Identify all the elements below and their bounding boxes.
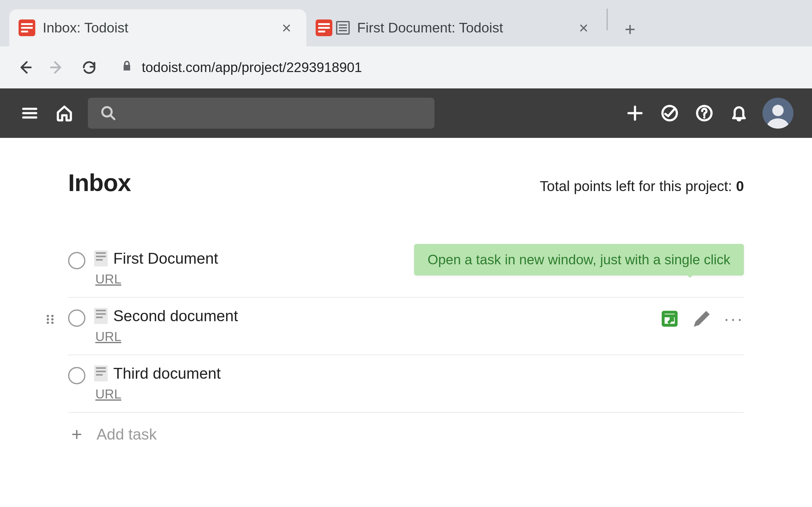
todoist-logo-icon <box>18 19 35 36</box>
nav-reload-button[interactable] <box>77 55 101 80</box>
document-icon <box>94 250 108 267</box>
arrow-right-icon <box>49 59 65 75</box>
task-body: Second document URL <box>94 307 651 344</box>
search-input[interactable] <box>88 98 435 129</box>
productivity-icon <box>661 105 678 122</box>
help-button[interactable] <box>693 102 715 124</box>
home-button[interactable] <box>53 102 75 124</box>
tab-separator <box>607 9 608 30</box>
task-checkbox[interactable] <box>68 367 86 384</box>
tab-title: First Document: Todoist <box>357 20 569 36</box>
svg-point-14 <box>51 318 54 320</box>
nav-back-button[interactable] <box>12 55 37 80</box>
quick-add-button[interactable] <box>624 102 646 124</box>
open-window-button[interactable] <box>660 309 679 329</box>
new-tab-button[interactable]: + <box>620 19 640 39</box>
browser-chrome: Inbox: Todoist × First Document: Todoist… <box>0 0 812 89</box>
plus-icon <box>626 105 644 122</box>
task-body: Third document URL <box>94 364 744 402</box>
document-icon <box>94 365 108 382</box>
points-value: 0 <box>736 178 744 194</box>
browser-tab-1[interactable]: First Document: Todoist × <box>306 9 603 46</box>
task-body: First Document URL <box>94 249 744 287</box>
svg-point-12 <box>51 315 54 317</box>
help-icon <box>696 105 713 122</box>
reload-icon <box>81 59 97 75</box>
svg-point-3 <box>772 105 784 116</box>
task-title: Second document <box>113 307 238 325</box>
svg-point-13 <box>47 318 49 320</box>
svg-point-11 <box>47 315 49 317</box>
app-header <box>0 89 812 138</box>
add-task-button[interactable]: + Add task <box>68 413 744 456</box>
productivity-button[interactable] <box>659 102 681 124</box>
task-row[interactable]: Third document URL ··· <box>68 355 744 413</box>
task-url-link[interactable]: URL <box>95 329 651 344</box>
task-checkbox[interactable] <box>68 309 86 327</box>
address-row: todoist.com/app/project/2293918901 <box>0 46 812 89</box>
task-title: First Document <box>113 249 218 267</box>
tab-favicon <box>316 19 350 36</box>
task-row[interactable]: First Document URL ··· <box>68 240 744 298</box>
edit-button[interactable] <box>692 309 712 329</box>
arrow-left-icon <box>17 59 33 75</box>
tab-close-icon[interactable]: × <box>279 20 294 36</box>
svg-point-16 <box>51 322 54 324</box>
task-actions: ··· <box>660 309 744 329</box>
url-text: todoist.com/app/project/2293918901 <box>142 60 362 75</box>
menu-icon <box>21 105 38 122</box>
svg-point-15 <box>47 322 49 324</box>
points-label: Total points left for this project: <box>540 178 736 194</box>
task-row[interactable]: Second document URL ··· <box>68 298 744 355</box>
task-title: Third document <box>113 364 221 382</box>
avatar-button[interactable] <box>762 98 794 129</box>
task-checkbox[interactable] <box>68 252 86 269</box>
points-summary: Total points left for this project: 0 <box>540 178 744 194</box>
task-url-link[interactable]: URL <box>95 387 744 402</box>
main-content: Inbox Total points left for this project… <box>0 138 812 456</box>
add-task-label: Add task <box>97 426 157 443</box>
document-icon <box>336 21 350 35</box>
home-icon <box>56 105 73 122</box>
tab-close-icon[interactable]: × <box>576 20 591 36</box>
task-url-link[interactable]: URL <box>95 272 744 287</box>
drag-handle-icon[interactable] <box>43 313 57 326</box>
tab-strip: Inbox: Todoist × First Document: Todoist… <box>0 0 812 46</box>
tab-title: Inbox: Todoist <box>43 20 272 36</box>
plus-icon: + <box>68 425 86 444</box>
task-list: Open a task in new window, just with a s… <box>68 240 744 456</box>
nav-forward-button[interactable] <box>45 55 69 80</box>
address-bar[interactable]: todoist.com/app/project/2293918901 <box>109 53 800 81</box>
page-title: Inbox <box>68 169 131 197</box>
menu-button[interactable] <box>18 102 41 124</box>
more-button[interactable]: ··· <box>724 309 744 329</box>
bell-icon <box>730 105 748 122</box>
avatar-icon <box>764 101 792 129</box>
lock-icon <box>121 60 133 75</box>
notifications-button[interactable] <box>728 102 750 124</box>
document-icon <box>94 308 108 324</box>
heading-row: Inbox Total points left for this project… <box>68 169 744 197</box>
search-icon <box>100 105 116 121</box>
todoist-logo-icon <box>316 19 333 36</box>
browser-tab-0[interactable]: Inbox: Todoist × <box>9 9 306 46</box>
tab-favicon <box>18 19 35 36</box>
